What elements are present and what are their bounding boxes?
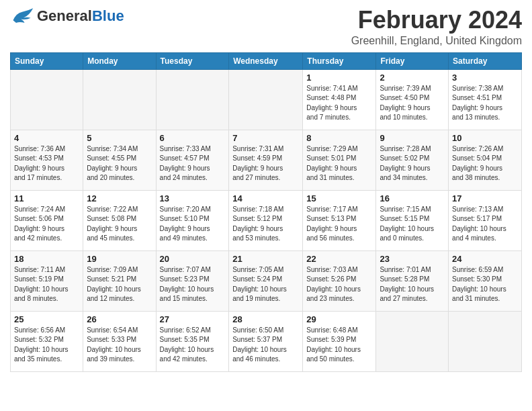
logo-general: General bbox=[37, 7, 92, 24]
calendar-cell: 28Sunrise: 6:50 AM Sunset: 5:37 PM Dayli… bbox=[229, 311, 303, 371]
day-number: 3 bbox=[452, 73, 518, 83]
calendar-cell: 6Sunrise: 7:33 AM Sunset: 4:57 PM Daylig… bbox=[156, 130, 229, 190]
day-number: 29 bbox=[306, 314, 372, 324]
calendar-cell: 22Sunrise: 7:03 AM Sunset: 5:26 PM Dayli… bbox=[303, 250, 376, 311]
calendar-week-row: 4Sunrise: 7:36 AM Sunset: 4:53 PM Daylig… bbox=[11, 130, 522, 190]
day-info: Sunrise: 7:22 AM Sunset: 5:08 PM Dayligh… bbox=[87, 205, 152, 244]
day-info: Sunrise: 6:52 AM Sunset: 5:35 PM Dayligh… bbox=[160, 326, 226, 365]
day-number: 28 bbox=[232, 314, 299, 324]
calendar-cell: 18Sunrise: 7:11 AM Sunset: 5:19 PM Dayli… bbox=[11, 250, 83, 311]
day-info: Sunrise: 7:33 AM Sunset: 4:57 PM Dayligh… bbox=[160, 144, 226, 183]
day-number: 27 bbox=[160, 314, 226, 324]
calendar-cell: 20Sunrise: 7:07 AM Sunset: 5:23 PM Dayli… bbox=[156, 250, 229, 311]
calendar-cell: 24Sunrise: 6:59 AM Sunset: 5:30 PM Dayli… bbox=[449, 250, 522, 311]
calendar-cell: 7Sunrise: 7:31 AM Sunset: 4:59 PM Daylig… bbox=[229, 130, 303, 190]
day-info: Sunrise: 7:13 AM Sunset: 5:17 PM Dayligh… bbox=[452, 205, 518, 244]
calendar-cell: 5Sunrise: 7:34 AM Sunset: 4:55 PM Daylig… bbox=[83, 130, 156, 190]
calendar-cell: 16Sunrise: 7:15 AM Sunset: 5:15 PM Dayli… bbox=[376, 190, 449, 250]
day-info: Sunrise: 6:50 AM Sunset: 5:37 PM Dayligh… bbox=[232, 326, 299, 365]
day-number: 25 bbox=[14, 314, 79, 324]
calendar-cell: 14Sunrise: 7:18 AM Sunset: 5:12 PM Dayli… bbox=[229, 190, 303, 250]
day-number: 11 bbox=[14, 193, 79, 203]
calendar-cell: 23Sunrise: 7:01 AM Sunset: 5:28 PM Dayli… bbox=[376, 250, 449, 311]
day-info: Sunrise: 7:34 AM Sunset: 4:55 PM Dayligh… bbox=[87, 144, 152, 183]
day-info: Sunrise: 7:26 AM Sunset: 5:04 PM Dayligh… bbox=[452, 144, 518, 183]
calendar-cell: 15Sunrise: 7:17 AM Sunset: 5:13 PM Dayli… bbox=[303, 190, 376, 250]
day-info: Sunrise: 7:31 AM Sunset: 4:59 PM Dayligh… bbox=[232, 144, 299, 183]
calendar-header-row: SundayMondayTuesdayWednesdayThursdayFrid… bbox=[11, 52, 522, 69]
col-header-tuesday: Tuesday bbox=[156, 52, 229, 69]
day-number: 15 bbox=[306, 193, 372, 203]
logo-blue: Blue bbox=[92, 7, 124, 24]
month-title: February 2024 bbox=[351, 7, 522, 34]
day-info: Sunrise: 6:59 AM Sunset: 5:30 PM Dayligh… bbox=[452, 265, 518, 304]
day-info: Sunrise: 7:05 AM Sunset: 5:24 PM Dayligh… bbox=[232, 265, 299, 304]
col-header-saturday: Saturday bbox=[449, 52, 522, 69]
day-info: Sunrise: 6:54 AM Sunset: 5:33 PM Dayligh… bbox=[87, 326, 152, 365]
calendar-cell bbox=[229, 69, 303, 130]
day-info: Sunrise: 7:01 AM Sunset: 5:28 PM Dayligh… bbox=[380, 265, 445, 304]
day-info: Sunrise: 7:39 AM Sunset: 4:50 PM Dayligh… bbox=[380, 84, 445, 123]
logo: GeneralBlue bbox=[10, 7, 124, 26]
day-number: 19 bbox=[87, 254, 152, 264]
calendar-cell bbox=[11, 69, 83, 130]
day-number: 5 bbox=[87, 133, 152, 143]
calendar-cell: 11Sunrise: 7:24 AM Sunset: 5:06 PM Dayli… bbox=[11, 190, 83, 250]
calendar-table: SundayMondayTuesdayWednesdayThursdayFrid… bbox=[10, 52, 522, 372]
day-info: Sunrise: 7:03 AM Sunset: 5:26 PM Dayligh… bbox=[306, 265, 372, 304]
day-number: 24 bbox=[452, 254, 518, 264]
calendar-cell bbox=[156, 69, 229, 130]
calendar-cell: 9Sunrise: 7:28 AM Sunset: 5:02 PM Daylig… bbox=[376, 130, 449, 190]
day-info: Sunrise: 7:11 AM Sunset: 5:19 PM Dayligh… bbox=[14, 265, 79, 304]
day-info: Sunrise: 7:20 AM Sunset: 5:10 PM Dayligh… bbox=[160, 205, 226, 244]
calendar-cell: 2Sunrise: 7:39 AM Sunset: 4:50 PM Daylig… bbox=[376, 69, 449, 130]
day-number: 26 bbox=[87, 314, 152, 324]
calendar-cell: 26Sunrise: 6:54 AM Sunset: 5:33 PM Dayli… bbox=[83, 311, 156, 371]
calendar-cell: 17Sunrise: 7:13 AM Sunset: 5:17 PM Dayli… bbox=[449, 190, 522, 250]
day-number: 23 bbox=[380, 254, 445, 264]
day-info: Sunrise: 7:15 AM Sunset: 5:15 PM Dayligh… bbox=[380, 205, 445, 244]
title-block: February 2024 Greenhill, England, United… bbox=[351, 7, 522, 47]
day-info: Sunrise: 7:09 AM Sunset: 5:21 PM Dayligh… bbox=[87, 265, 152, 304]
calendar-week-row: 25Sunrise: 6:56 AM Sunset: 5:32 PM Dayli… bbox=[11, 311, 522, 371]
col-header-sunday: Sunday bbox=[11, 52, 83, 69]
calendar-cell: 12Sunrise: 7:22 AM Sunset: 5:08 PM Dayli… bbox=[83, 190, 156, 250]
day-info: Sunrise: 7:24 AM Sunset: 5:06 PM Dayligh… bbox=[14, 205, 79, 244]
day-info: Sunrise: 7:36 AM Sunset: 4:53 PM Dayligh… bbox=[14, 144, 79, 183]
calendar-cell bbox=[449, 311, 522, 371]
calendar-cell: 21Sunrise: 7:05 AM Sunset: 5:24 PM Dayli… bbox=[229, 250, 303, 311]
day-number: 16 bbox=[380, 193, 445, 203]
col-header-wednesday: Wednesday bbox=[229, 52, 303, 69]
day-number: 10 bbox=[452, 133, 518, 143]
calendar-week-row: 18Sunrise: 7:11 AM Sunset: 5:19 PM Dayli… bbox=[11, 250, 522, 311]
day-info: Sunrise: 7:29 AM Sunset: 5:01 PM Dayligh… bbox=[306, 144, 372, 183]
day-number: 17 bbox=[452, 193, 518, 203]
day-info: Sunrise: 7:28 AM Sunset: 5:02 PM Dayligh… bbox=[380, 144, 445, 183]
col-header-monday: Monday bbox=[83, 52, 156, 69]
calendar-cell bbox=[83, 69, 156, 130]
calendar-cell: 8Sunrise: 7:29 AM Sunset: 5:01 PM Daylig… bbox=[303, 130, 376, 190]
day-number: 2 bbox=[380, 73, 445, 83]
day-number: 18 bbox=[14, 254, 79, 264]
day-number: 4 bbox=[14, 133, 79, 143]
calendar-cell: 4Sunrise: 7:36 AM Sunset: 4:53 PM Daylig… bbox=[11, 130, 83, 190]
day-number: 9 bbox=[380, 133, 445, 143]
day-info: Sunrise: 7:07 AM Sunset: 5:23 PM Dayligh… bbox=[160, 265, 226, 304]
page-header: GeneralBlue February 2024 Greenhill, Eng… bbox=[10, 7, 522, 47]
calendar-cell: 10Sunrise: 7:26 AM Sunset: 5:04 PM Dayli… bbox=[449, 130, 522, 190]
day-number: 22 bbox=[306, 254, 372, 264]
calendar-cell: 3Sunrise: 7:38 AM Sunset: 4:51 PM Daylig… bbox=[449, 69, 522, 130]
col-header-thursday: Thursday bbox=[303, 52, 376, 69]
day-number: 20 bbox=[160, 254, 226, 264]
calendar-cell: 29Sunrise: 6:48 AM Sunset: 5:39 PM Dayli… bbox=[303, 311, 376, 371]
calendar-cell: 1Sunrise: 7:41 AM Sunset: 4:48 PM Daylig… bbox=[303, 69, 376, 130]
calendar-cell: 19Sunrise: 7:09 AM Sunset: 5:21 PM Dayli… bbox=[83, 250, 156, 311]
day-info: Sunrise: 6:48 AM Sunset: 5:39 PM Dayligh… bbox=[306, 326, 372, 365]
day-info: Sunrise: 6:56 AM Sunset: 5:32 PM Dayligh… bbox=[14, 326, 79, 365]
day-number: 6 bbox=[160, 133, 226, 143]
col-header-friday: Friday bbox=[376, 52, 449, 69]
day-number: 14 bbox=[232, 193, 299, 203]
location-subtitle: Greenhill, England, United Kingdom bbox=[351, 35, 522, 47]
calendar-week-row: 1Sunrise: 7:41 AM Sunset: 4:48 PM Daylig… bbox=[11, 69, 522, 130]
calendar-cell: 25Sunrise: 6:56 AM Sunset: 5:32 PM Dayli… bbox=[11, 311, 83, 371]
